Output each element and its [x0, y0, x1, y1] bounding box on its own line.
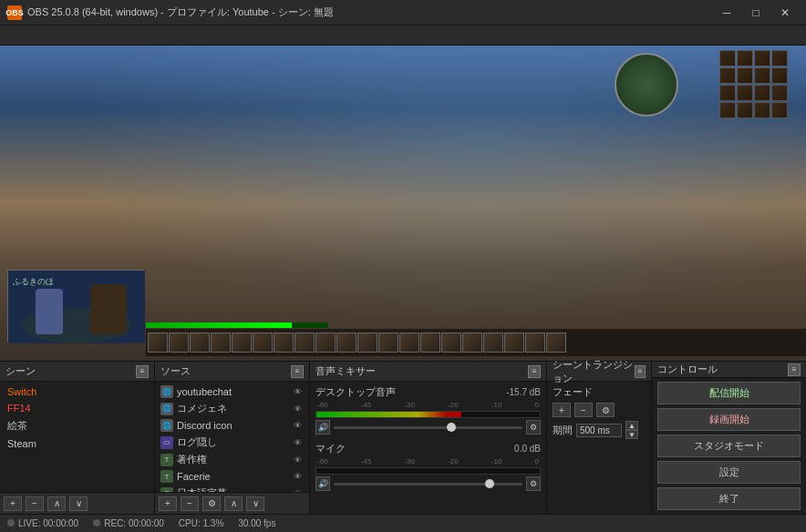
duration-down-button[interactable]: ▼ [625, 430, 638, 439]
source-settings-button[interactable]: ⚙ [202, 496, 221, 511]
rec-label: REC: [104, 518, 126, 528]
menubar [0, 26, 806, 46]
menu-help[interactable] [91, 34, 106, 37]
source-list: 🌐 youtubechat 👁 🌐 コメジェネ 👁 🌐 Discord icon… [155, 382, 309, 492]
scene-item[interactable]: FF14 [2, 400, 152, 416]
remove-transition-button[interactable]: − [574, 403, 593, 417]
audio-meter-scale: -60-45-30-20-100 [315, 457, 541, 466]
audio-panel-header: 音声ミキサー ≡ [310, 362, 546, 382]
audio-track-db: 0.0 dB [514, 444, 541, 454]
game-inset-view: ふるきのほ [7, 270, 144, 343]
source-down-button[interactable]: ∨ [246, 496, 264, 511]
settings-button[interactable]: 設定 [657, 461, 801, 484]
menu-view[interactable] [33, 34, 47, 37]
source-visibility-button[interactable]: 👁 [291, 385, 304, 398]
remove-source-button[interactable]: − [181, 496, 199, 511]
menu-profile[interactable] [47, 34, 62, 37]
source-item[interactable]: 🌐 コメジェネ 👁 [157, 400, 307, 417]
close-button[interactable]: ✕ [771, 4, 799, 22]
scene-list: Switch FF14 絵茶 Steam [0, 382, 154, 492]
svg-rect-3 [90, 284, 127, 334]
audio-track-header: デスクトップ音声 -15.7 dB [315, 385, 541, 399]
transitions-title: シーントランジション [553, 358, 635, 385]
menu-file[interactable] [4, 34, 18, 37]
scenes-panel-footer: + − ∧ ∨ [0, 492, 154, 514]
audio-track-settings-button[interactable]: ⚙ [526, 420, 541, 435]
scenes-panel-options[interactable]: ≡ [136, 365, 149, 378]
source-type-icon: 🌐 [160, 385, 173, 398]
window-controls: ─ □ ✕ [713, 4, 799, 22]
audio-track-mic: マイク 0.0 dB -60-45-30-20-100 🔊 ⚙ [315, 442, 541, 491]
sources-panel-footer: + − ⚙ ∧ ∨ [155, 492, 309, 514]
scene-item[interactable]: Switch [2, 384, 152, 400]
scene-up-button[interactable]: ∧ [47, 496, 66, 511]
controls-panel-header: コントロール ≡ [652, 362, 806, 378]
source-visibility-button[interactable]: 👁 [291, 436, 304, 449]
source-visibility-button[interactable]: 👁 [291, 403, 304, 415]
audio-mute-button[interactable]: 🔊 [315, 476, 330, 491]
source-visibility-button[interactable]: 👁 [291, 470, 304, 483]
preview-area[interactable]: ふるきのほ [0, 46, 806, 361]
source-item[interactable]: T 日本語字幕 👁 [157, 485, 307, 492]
duration-up-button[interactable]: ▲ [625, 421, 638, 430]
add-scene-button[interactable]: + [4, 496, 22, 511]
scene-item[interactable]: 絵茶 [2, 416, 152, 435]
source-item[interactable]: T 著作権 👁 [157, 451, 307, 468]
duration-label: 期間 [553, 424, 573, 437]
menu-edit[interactable] [18, 34, 33, 37]
add-source-button[interactable]: + [159, 496, 177, 511]
source-visibility-button[interactable]: 👁 [291, 454, 304, 466]
scenes-panel-header: シーン ≡ [0, 362, 154, 382]
svg-rect-2 [36, 289, 63, 334]
sources-panel-header: ソース ≡ [155, 362, 309, 382]
audio-volume-slider[interactable] [334, 426, 522, 429]
add-transition-button[interactable]: + [553, 403, 571, 417]
bottom-panels: シーン ≡ Switch FF14 絵茶 Steam + − ∧ ∨ ソース ≡… [0, 361, 806, 514]
controls-panel-options[interactable]: ≡ [788, 363, 801, 376]
duration-spinbox: ▲ ▼ [625, 421, 638, 439]
start-streaming-button[interactable]: 配信開始 [657, 382, 801, 404]
fps-display: 30.00 fps [238, 518, 275, 528]
sources-panel-options[interactable]: ≡ [291, 365, 304, 378]
start-recording-button[interactable]: 録画開始 [657, 408, 801, 431]
transition-settings-button[interactable]: ⚙ [596, 403, 615, 417]
source-item[interactable]: 🌐 Discord icon 👁 [157, 417, 307, 434]
source-item[interactable]: T Facerie 👁 [157, 468, 307, 485]
sources-panel: ソース ≡ 🌐 youtubechat 👁 🌐 コメジェネ 👁 🌐 Discor [155, 362, 310, 514]
game-hotbar [146, 329, 806, 356]
status-dot-rec: REC: 00:00:00 [93, 518, 164, 528]
window-title: OBS 25.0.8 (64-bit, windows) - プロファイル: Y… [27, 5, 713, 19]
audio-slider-thumb [485, 479, 494, 488]
audio-meter-fill [316, 412, 461, 417]
source-type-icon: 🌐 [160, 403, 173, 415]
transition-type-label: フェード [553, 385, 646, 399]
maximize-button[interactable]: □ [742, 4, 770, 22]
remove-scene-button[interactable]: − [26, 496, 44, 511]
health-bar [146, 322, 328, 328]
scene-item[interactable]: Steam [2, 435, 152, 452]
audio-track-db: -15.7 dB [506, 387, 541, 397]
audio-volume-slider[interactable] [334, 483, 522, 486]
menu-tools[interactable] [77, 34, 91, 37]
studio-mode-button[interactable]: スタジオモード [657, 435, 801, 457]
preview-canvas: ふるきのほ [0, 46, 806, 361]
menu-scene-collection[interactable] [62, 34, 77, 37]
scene-down-button[interactable]: ∨ [69, 496, 88, 511]
transitions-panel-options[interactable]: ≡ [635, 365, 646, 378]
audio-panel-options[interactable]: ≡ [528, 365, 541, 378]
live-indicator [7, 519, 15, 527]
source-item[interactable]: 🌐 youtubechat 👁 [157, 384, 307, 400]
source-item[interactable]: ▭ ログ隠し 👁 [157, 434, 307, 451]
transition-duration-row: 期間 ▲ ▼ [553, 421, 646, 439]
audio-panel: 音声ミキサー ≡ デスクトップ音声 -15.7 dB -60-45-30-20-… [310, 362, 547, 514]
audio-track-settings-button[interactable]: ⚙ [526, 476, 541, 491]
duration-input[interactable] [576, 424, 622, 437]
audio-meter [315, 411, 541, 418]
transition-controls: + − ⚙ [553, 403, 646, 417]
source-visibility-button[interactable]: 👁 [291, 419, 304, 432]
source-up-button[interactable]: ∧ [224, 496, 243, 511]
source-type-icon: T [160, 454, 173, 466]
minimize-button[interactable]: ─ [713, 4, 740, 22]
exit-button[interactable]: 終了 [657, 487, 801, 510]
audio-mute-button[interactable]: 🔊 [315, 420, 330, 435]
